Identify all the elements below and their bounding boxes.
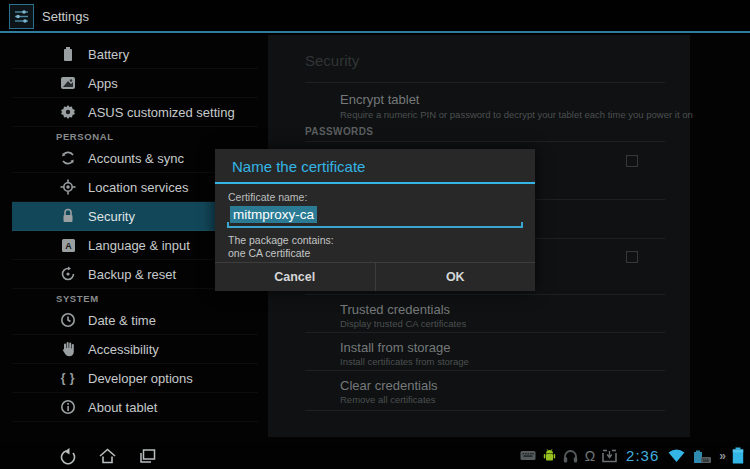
sidebar-item-about-tablet[interactable]: About tablet — [12, 393, 258, 422]
sync-icon — [58, 148, 78, 168]
sidebar-item-asus-customized-setting[interactable]: ASUS customized setting — [12, 98, 258, 127]
wifi-icon[interactable] — [668, 449, 685, 463]
recent-apps-icon[interactable] — [136, 445, 158, 467]
settings-app-icon — [9, 4, 34, 29]
usb-debugging-android-icon[interactable] — [543, 448, 556, 463]
sidebar-item-battery[interactable]: Battery — [12, 40, 258, 69]
headset-icon[interactable]: Ω — [585, 449, 595, 463]
system-bar: Ω 2:36 » — [0, 442, 750, 469]
divider — [305, 332, 665, 333]
backup-icon — [58, 264, 78, 284]
install-from-storage-title[interactable]: Install from storage — [340, 340, 451, 355]
divider — [305, 141, 665, 142]
sidebar-item-label: Accessibility — [88, 342, 159, 357]
headphones-icon[interactable] — [563, 449, 578, 463]
install-from-storage-desc: Install certificates from storage — [340, 356, 469, 367]
package-contents-value: one CA certificate — [228, 247, 310, 259]
sidebar-item-label: Battery — [88, 47, 129, 62]
dialog-button-bar: Cancel OK — [215, 262, 535, 291]
sidebar-item-date-time[interactable]: Date & time — [12, 306, 258, 335]
status-tray: Ω 2:36 » — [520, 442, 744, 469]
language-icon: A — [58, 235, 78, 255]
cancel-button[interactable]: Cancel — [215, 263, 375, 291]
screen: Settings Battery Apps ASUS cus — [0, 0, 750, 469]
sidebar-item-apps[interactable]: Apps — [12, 69, 258, 98]
dialog-title-divider — [215, 182, 535, 184]
battery-icon[interactable] — [732, 447, 744, 464]
trusted-credentials-desc: Display trusted CA certificates — [340, 318, 466, 329]
panel-title: Security — [305, 52, 359, 69]
ok-button[interactable]: OK — [375, 263, 536, 291]
apps-icon — [58, 73, 78, 93]
hidden-row-checkbox-2[interactable] — [626, 251, 638, 263]
divider — [305, 294, 665, 295]
sidebar-item-label: ASUS customized setting — [88, 105, 235, 120]
clear-credentials-title[interactable]: Clear credentials — [340, 378, 438, 393]
sidebar-item-label: Date & time — [88, 313, 156, 328]
hidden-row-checkbox-1[interactable] — [626, 155, 638, 167]
certificate-name-label: Certificate name: — [228, 191, 307, 203]
sidebar-item-developer-options[interactable]: { } Developer options — [12, 364, 258, 393]
input-underline — [227, 226, 523, 228]
lock-icon — [58, 206, 78, 226]
certificate-name-value-selected[interactable]: mitmproxy-ca — [230, 206, 317, 223]
trusted-credentials-title[interactable]: Trusted credentials — [340, 302, 450, 317]
location-icon — [58, 177, 78, 197]
sidebar-item-label: Location services — [88, 180, 188, 195]
action-bar: Settings — [0, 0, 750, 33]
braces-icon: { } — [58, 368, 78, 388]
svg-text:A: A — [65, 241, 72, 251]
certificate-name-input[interactable]: mitmproxy-ca — [227, 204, 523, 228]
divider — [305, 370, 665, 371]
back-icon[interactable] — [58, 445, 80, 467]
hand-icon — [58, 339, 78, 359]
passwords-section-header: PASSWORDS — [305, 126, 373, 137]
sidebar-item-label: About tablet — [88, 400, 157, 415]
clear-credentials-desc: Remove all certificates — [340, 394, 436, 405]
clock-icon — [58, 310, 78, 330]
gear-icon — [58, 102, 78, 122]
name-certificate-dialog: Name the certificate Certificate name: m… — [215, 149, 535, 291]
clock-time[interactable]: 2:36 — [626, 447, 659, 464]
sidebar-item-label: Accounts & sync — [88, 151, 184, 166]
home-icon[interactable] — [96, 445, 118, 467]
sidebar-item-label: Backup & reset — [88, 267, 176, 282]
sidebar-item-label: Apps — [88, 76, 118, 91]
divider — [305, 410, 665, 411]
sidebar-item-label: Language & input — [88, 238, 190, 253]
main-area: Battery Apps ASUS customized setting PER… — [0, 35, 750, 442]
divider — [305, 82, 665, 83]
sidebar-section-personal: PERSONAL — [12, 127, 258, 144]
encrypt-tablet-title[interactable]: Encrypt tablet — [340, 92, 420, 107]
dock-battery-icon[interactable] — [692, 448, 712, 464]
app-title: Settings — [42, 0, 89, 33]
sidebar-item-accessibility[interactable]: Accessibility — [12, 335, 258, 364]
package-contains-label: The package contains: — [228, 234, 334, 246]
install-notification-icon[interactable] — [602, 449, 617, 463]
encrypt-tablet-desc: Require a numeric PIN or password to dec… — [340, 109, 693, 120]
battery-icon — [58, 44, 78, 64]
dialog-title: Name the certificate — [232, 149, 365, 182]
sidebar-item-label: Developer options — [88, 371, 193, 386]
keyboard-icon[interactable] — [520, 450, 536, 461]
sidebar-item-label: Security — [88, 209, 135, 224]
info-icon — [58, 397, 78, 417]
chevrons-icon[interactable]: » — [719, 449, 725, 463]
sidebar-section-system: SYSTEM — [12, 289, 258, 306]
